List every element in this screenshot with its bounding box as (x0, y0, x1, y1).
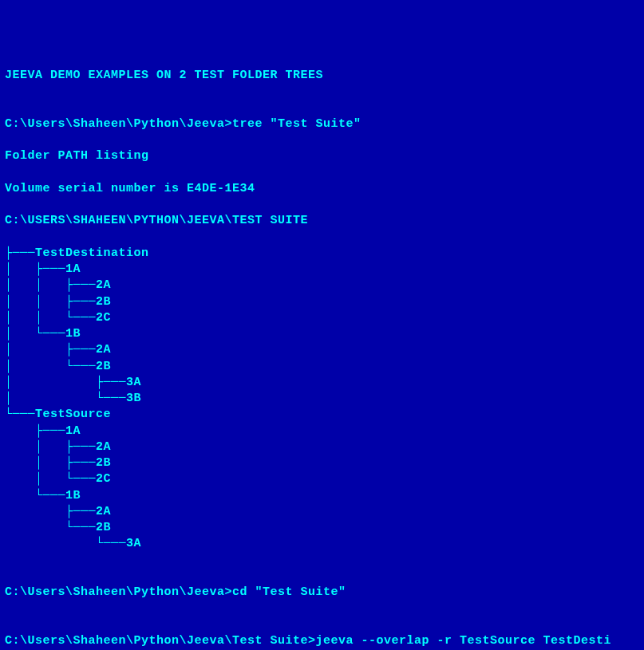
tree-line: └───TestSource (5, 407, 639, 423)
tree-line: │ │ ├───2A (5, 278, 639, 293)
title-line: JEEVA DEMO EXAMPLES ON 2 TEST FOLDER TRE… (5, 68, 639, 84)
tree-line: └───1B (5, 488, 639, 504)
path-listing: Folder PATH listing (5, 148, 639, 164)
tree-line: ├───1A (5, 423, 639, 439)
tree-line: └───2B (5, 520, 639, 536)
prompt-jeeva-a[interactable]: C:\Users\Shaheen\Python\Jeeva\Test Suite… (5, 633, 639, 649)
tree-line: │ ├───2A (5, 439, 639, 455)
tree-line: │ ├───1A (5, 262, 639, 278)
tree-line: ├───TestDestination (5, 246, 639, 262)
tree-line: │ ├───3A (5, 375, 639, 391)
root-path: C:\USERS\SHAHEEN\PYTHON\JEEVA\TEST SUITE (5, 213, 639, 229)
tree-line: │ └───1B (5, 326, 639, 342)
tree-output: ├───TestDestination│ ├───1A│ │ ├───2A│ │… (5, 246, 639, 553)
tree-line: │ └───2B (5, 359, 639, 375)
tree-line: │ ├───2A (5, 342, 639, 358)
prompt-tree[interactable]: C:\Users\Shaheen\Python\Jeeva>tree "Test… (5, 116, 639, 132)
tree-line: ├───2A (5, 504, 639, 520)
tree-line: │ └───3B (5, 391, 639, 407)
prompt-cd[interactable]: C:\Users\Shaheen\Python\Jeeva>cd "Test S… (5, 585, 639, 601)
volume-serial: Volume serial number is E4DE-1E34 (5, 181, 639, 197)
tree-line: │ │ └───2C (5, 310, 639, 326)
tree-line: │ └───2C (5, 471, 639, 487)
tree-line: │ ├───2B (5, 455, 639, 471)
tree-line: │ │ ├───2B (5, 294, 639, 310)
tree-line: └───3A (5, 536, 639, 552)
